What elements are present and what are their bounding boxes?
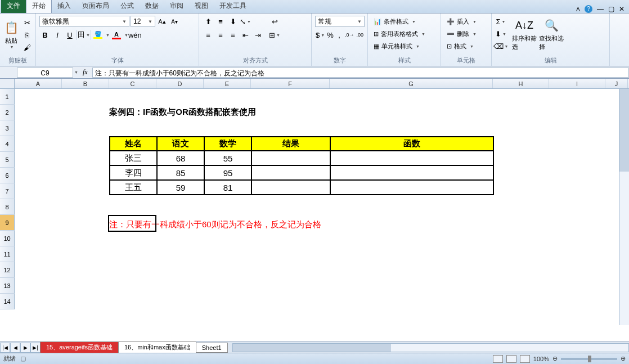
find-select-button[interactable]: 🔍 查找和选择 — [539, 15, 564, 54]
cell[interactable]: 81 — [204, 180, 251, 195]
row-header[interactable]: 10 — [0, 231, 15, 246]
cell[interactable]: 张三 — [110, 151, 157, 165]
cell[interactable] — [330, 165, 493, 180]
format-cell-button[interactable]: ⊡格式▼ — [444, 41, 479, 52]
header-cell[interactable]: 结果 — [251, 137, 330, 151]
col-header[interactable]: F — [251, 79, 330, 88]
decrease-font-button[interactable]: A▾ — [169, 16, 180, 27]
currency-button[interactable]: $▼ — [315, 29, 325, 41]
cell[interactable] — [330, 180, 493, 195]
cell[interactable] — [251, 165, 330, 180]
tab-developer[interactable]: 开发工具 — [214, 0, 252, 13]
row-header[interactable]: 14 — [0, 294, 15, 309]
tab-data[interactable]: 数据 — [140, 0, 164, 13]
fx-button[interactable]: fx — [83, 68, 88, 77]
header-cell[interactable]: 语文 — [157, 137, 204, 151]
header-cell[interactable]: 数学 — [204, 137, 251, 151]
row-header[interactable]: 4 — [0, 136, 15, 152]
row-header[interactable]: 3 — [0, 120, 15, 136]
sheet-nav-prev[interactable]: ◀ — [10, 343, 20, 353]
sheet-tab[interactable]: 15、averageifs函数基础 — [40, 341, 119, 353]
name-box[interactable]: C9 — [17, 68, 73, 78]
bold-button[interactable]: B — [39, 29, 51, 41]
namebox-dropdown[interactable]: ▼ — [74, 70, 78, 74]
decrease-decimal-button[interactable]: .00 — [356, 29, 364, 41]
header-cell[interactable]: 函数 — [330, 137, 493, 151]
sheet-nav-first[interactable]: |◀ — [0, 343, 10, 353]
zoom-slider[interactable] — [561, 358, 617, 360]
row-header[interactable]: 5 — [0, 152, 15, 168]
font-size-combo[interactable]: 12▼ — [131, 16, 155, 27]
tab-file[interactable]: 文件 — [1, 0, 26, 13]
select-all-corner[interactable] — [0, 79, 15, 88]
col-header[interactable]: I — [549, 79, 605, 88]
formula-input[interactable]: 注：只要有一科成绩小于60则记为不合格，反之记为合格 — [92, 68, 629, 78]
cell[interactable]: 68 — [157, 151, 204, 165]
tab-formulas[interactable]: 公式 — [115, 0, 140, 13]
cell[interactable]: 95 — [204, 165, 251, 180]
orientation-button[interactable]: ⤡▼ — [240, 16, 251, 27]
scroll-thumb[interactable] — [619, 89, 629, 172]
view-page-break-button[interactable] — [520, 355, 530, 363]
sheet-tab[interactable]: Sheet1 — [196, 343, 228, 353]
paste-button[interactable]: 📋 粘贴 ▼ — [3, 15, 19, 54]
autosum-button[interactable]: Σ▼ — [495, 16, 506, 27]
align-top-button[interactable]: ⬆ — [203, 16, 214, 27]
align-middle-button[interactable]: ≡ — [215, 16, 226, 27]
row-header[interactable]: 12 — [0, 262, 15, 278]
sheet-tab[interactable]: 16、min和max函数基础 — [118, 341, 196, 353]
cell[interactable] — [330, 151, 493, 165]
cell-title[interactable]: 案例四：IF函数与OR函数搭配嵌套使用 — [109, 107, 256, 118]
col-header[interactable]: D — [156, 79, 204, 88]
align-center-button[interactable]: ≡ — [215, 29, 226, 41]
increase-decimal-button[interactable]: .0→ — [344, 29, 355, 41]
font-color-button[interactable]: A — [111, 29, 122, 41]
table-format-button[interactable]: ⊞套用表格格式▼ — [371, 28, 428, 39]
help-icon[interactable]: ? — [585, 5, 592, 13]
conditional-format-button[interactable]: 📊条件格式▼ — [371, 16, 428, 27]
number-format-combo[interactable]: 常规▼ — [315, 16, 365, 27]
increase-indent-button[interactable]: ⇥ — [252, 29, 263, 41]
align-right-button[interactable]: ≡ — [227, 29, 239, 41]
clear-button[interactable]: ⌫▼ — [495, 41, 506, 52]
col-header[interactable]: B — [62, 79, 109, 88]
tab-review[interactable]: 审阅 — [164, 0, 189, 13]
copy-button[interactable]: ⎘ — [21, 29, 33, 41]
minimize-icon[interactable]: — — [597, 5, 604, 13]
wrap-text-button[interactable]: ↩ — [268, 16, 281, 27]
insert-cell-button[interactable]: ➕插入▼ — [444, 16, 479, 27]
zoom-level[interactable]: 100% — [533, 356, 549, 362]
close-icon[interactable]: ✕ — [619, 5, 624, 13]
row-header[interactable]: 11 — [0, 246, 15, 262]
merge-button[interactable]: ⊞▼ — [268, 29, 281, 41]
fill-button[interactable]: ⬇▼ — [495, 28, 506, 39]
col-header[interactable]: A — [15, 79, 62, 88]
sheet-nav-next[interactable]: ▶ — [20, 343, 30, 353]
zoom-in-button[interactable]: ⊕ — [621, 355, 626, 362]
border-button[interactable]: 田▼ — [78, 29, 89, 41]
scroll-thumb[interactable] — [233, 344, 391, 352]
delete-cell-button[interactable]: ➖删除▼ — [444, 28, 479, 39]
align-bottom-button[interactable]: ⬇ — [227, 16, 239, 27]
percent-button[interactable]: % — [326, 29, 334, 41]
underline-button[interactable]: U — [64, 29, 75, 41]
tab-insert[interactable]: 插入 — [52, 0, 77, 13]
cell[interactable]: 85 — [157, 165, 204, 180]
col-header[interactable]: C — [109, 79, 156, 88]
zoom-knob[interactable] — [588, 356, 591, 362]
cell[interactable]: 59 — [157, 180, 204, 195]
cell-styles-button[interactable]: ▦单元格样式▼ — [371, 41, 428, 52]
phonetic-button[interactable]: wén — [129, 29, 141, 41]
tab-home[interactable]: 开始 — [26, 0, 52, 13]
row-header[interactable]: 2 — [0, 105, 15, 120]
cell[interactable] — [251, 180, 330, 195]
col-header[interactable]: H — [493, 79, 549, 88]
cell[interactable]: 王五 — [110, 180, 157, 195]
col-header[interactable]: G — [330, 79, 493, 88]
cell[interactable] — [251, 151, 330, 165]
cells-area[interactable]: 案例四：IF函数与OR函数搭配嵌套使用 姓名 语文 数学 结果 函数 张三 68… — [15, 89, 619, 325]
header-cell[interactable]: 姓名 — [110, 137, 157, 151]
tab-view[interactable]: 视图 — [189, 0, 214, 13]
col-header[interactable]: J — [605, 79, 628, 88]
align-left-button[interactable]: ≡ — [203, 29, 214, 41]
